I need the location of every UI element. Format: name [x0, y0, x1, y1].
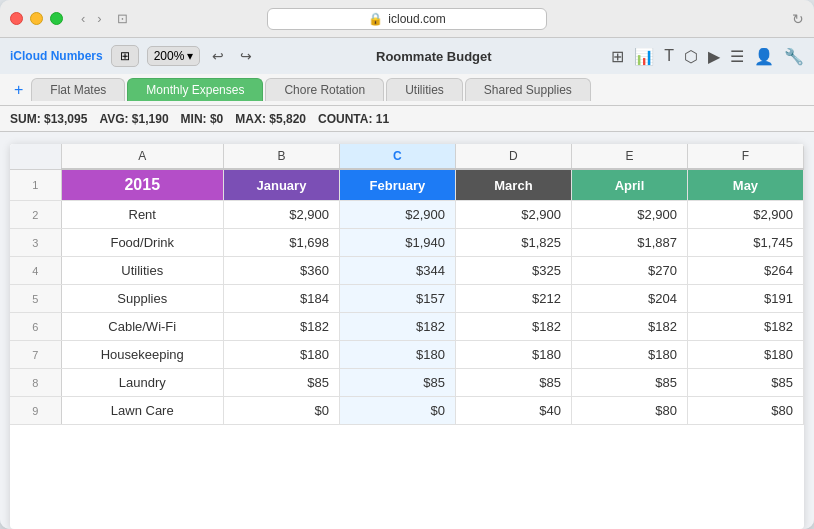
chart-icon[interactable]: 📊: [634, 47, 654, 66]
text-icon[interactable]: T: [664, 47, 674, 65]
cell-b2[interactable]: $2,900: [223, 201, 339, 229]
cell-f9[interactable]: $80: [687, 397, 803, 425]
maximize-button[interactable]: [50, 12, 63, 25]
cell-a2[interactable]: Rent: [61, 201, 223, 229]
cell-b3[interactable]: $1,698: [223, 229, 339, 257]
cell-f3[interactable]: $1,745: [687, 229, 803, 257]
cell-e8[interactable]: $85: [571, 369, 687, 397]
tab-chore-rotation[interactable]: Chore Rotation: [265, 78, 384, 101]
comment-icon[interactable]: ☰: [730, 47, 744, 66]
cell-e1[interactable]: April: [571, 169, 687, 201]
sum-stat: SUM: $13,095: [10, 112, 87, 126]
cell-e5[interactable]: $204: [571, 285, 687, 313]
cell-c8[interactable]: $85: [339, 369, 455, 397]
add-tab-button[interactable]: +: [8, 81, 29, 99]
cell-f4[interactable]: $264: [687, 257, 803, 285]
row-num-9: 9: [10, 397, 61, 425]
minimize-button[interactable]: [30, 12, 43, 25]
cell-e3[interactable]: $1,887: [571, 229, 687, 257]
cell-b6[interactable]: $182: [223, 313, 339, 341]
cell-d4[interactable]: $325: [455, 257, 571, 285]
cell-b4[interactable]: $360: [223, 257, 339, 285]
tab-monthly-expenses[interactable]: Monthly Expenses: [127, 78, 263, 101]
shape-icon[interactable]: ⬡: [684, 47, 698, 66]
cell-a9[interactable]: Lawn Care: [61, 397, 223, 425]
cell-d9[interactable]: $40: [455, 397, 571, 425]
cell-f6[interactable]: $182: [687, 313, 803, 341]
zoom-label: 200%: [154, 49, 185, 63]
cell-a7[interactable]: Housekeeping: [61, 341, 223, 369]
back-button[interactable]: ‹: [77, 9, 89, 28]
tabs-bar: + Flat Mates Monthly Expenses Chore Rota…: [0, 74, 814, 106]
cell-d6[interactable]: $182: [455, 313, 571, 341]
col-header-a[interactable]: A: [61, 144, 223, 169]
table-row-8: 8 Laundry $85 $85 $85 $85 $85: [10, 369, 804, 397]
cell-b9[interactable]: $0: [223, 397, 339, 425]
cell-f8[interactable]: $85: [687, 369, 803, 397]
cell-b1[interactable]: January: [223, 169, 339, 201]
table-icon[interactable]: ⊞: [611, 47, 624, 66]
cell-e2[interactable]: $2,900: [571, 201, 687, 229]
cell-d3[interactable]: $1,825: [455, 229, 571, 257]
cell-a6[interactable]: Cable/Wi-Fi: [61, 313, 223, 341]
cell-b7[interactable]: $180: [223, 341, 339, 369]
cell-a8[interactable]: Laundry: [61, 369, 223, 397]
undo-button[interactable]: ↩: [208, 46, 228, 66]
cell-b8[interactable]: $85: [223, 369, 339, 397]
cell-f7[interactable]: $180: [687, 341, 803, 369]
cell-e9[interactable]: $80: [571, 397, 687, 425]
cell-c3[interactable]: $1,940: [339, 229, 455, 257]
col-header-row: A B C D E F: [10, 144, 804, 169]
cell-d8[interactable]: $85: [455, 369, 571, 397]
media-icon[interactable]: ▶: [708, 47, 720, 66]
table-row-4: 4 Utilities $360 $344 $325 $270 $264: [10, 257, 804, 285]
spreadsheet-area: A B C D E F 1 2015 January February Marc…: [0, 132, 814, 529]
col-header-d[interactable]: D: [455, 144, 571, 169]
table-row-6: 6 Cable/Wi-Fi $182 $182 $182 $182 $182: [10, 313, 804, 341]
view-toggle[interactable]: ⊞: [111, 45, 139, 67]
cell-e4[interactable]: $270: [571, 257, 687, 285]
cell-b5[interactable]: $184: [223, 285, 339, 313]
counta-stat: COUNTA: 11: [318, 112, 389, 126]
tab-shared-supplies[interactable]: Shared Supplies: [465, 78, 591, 101]
cell-a5[interactable]: Supplies: [61, 285, 223, 313]
cell-e7[interactable]: $180: [571, 341, 687, 369]
cell-c7[interactable]: $180: [339, 341, 455, 369]
cell-c2[interactable]: $2,900: [339, 201, 455, 229]
zoom-control[interactable]: 200% ▾: [147, 46, 201, 66]
lock-icon: 🔒: [368, 12, 383, 26]
sidebar-toggle-button[interactable]: ⊡: [112, 9, 133, 28]
cell-f2[interactable]: $2,900: [687, 201, 803, 229]
col-header-e[interactable]: E: [571, 144, 687, 169]
cell-e6[interactable]: $182: [571, 313, 687, 341]
cell-c5[interactable]: $157: [339, 285, 455, 313]
cell-c1[interactable]: February: [339, 169, 455, 201]
tab-utilities[interactable]: Utilities: [386, 78, 463, 101]
traffic-lights: [10, 12, 63, 25]
refresh-button[interactable]: ↻: [792, 11, 804, 27]
close-button[interactable]: [10, 12, 23, 25]
address-bar[interactable]: 🔒 icloud.com: [267, 8, 547, 30]
cell-d5[interactable]: $212: [455, 285, 571, 313]
redo-button[interactable]: ↪: [236, 46, 256, 66]
cell-a3[interactable]: Food/Drink: [61, 229, 223, 257]
cell-d1[interactable]: March: [455, 169, 571, 201]
cell-a4[interactable]: Utilities: [61, 257, 223, 285]
cell-a1[interactable]: 2015: [61, 169, 223, 201]
cell-f5[interactable]: $191: [687, 285, 803, 313]
corner-cell: [10, 144, 61, 169]
cell-c4[interactable]: $344: [339, 257, 455, 285]
cell-c6[interactable]: $182: [339, 313, 455, 341]
forward-button[interactable]: ›: [93, 9, 105, 28]
cell-d7[interactable]: $180: [455, 341, 571, 369]
tab-flat-mates[interactable]: Flat Mates: [31, 78, 125, 101]
col-header-c[interactable]: C: [339, 144, 455, 169]
share-icon[interactable]: 👤: [754, 47, 774, 66]
cell-c9[interactable]: $0: [339, 397, 455, 425]
col-header-b[interactable]: B: [223, 144, 339, 169]
cell-f1[interactable]: May: [687, 169, 803, 201]
app-window: ‹ › ⊡ 🔒 icloud.com ↻ iCloud Numbers ⊞ 20…: [0, 0, 814, 529]
cell-d2[interactable]: $2,900: [455, 201, 571, 229]
col-header-f[interactable]: F: [687, 144, 803, 169]
settings-icon[interactable]: 🔧: [784, 47, 804, 66]
